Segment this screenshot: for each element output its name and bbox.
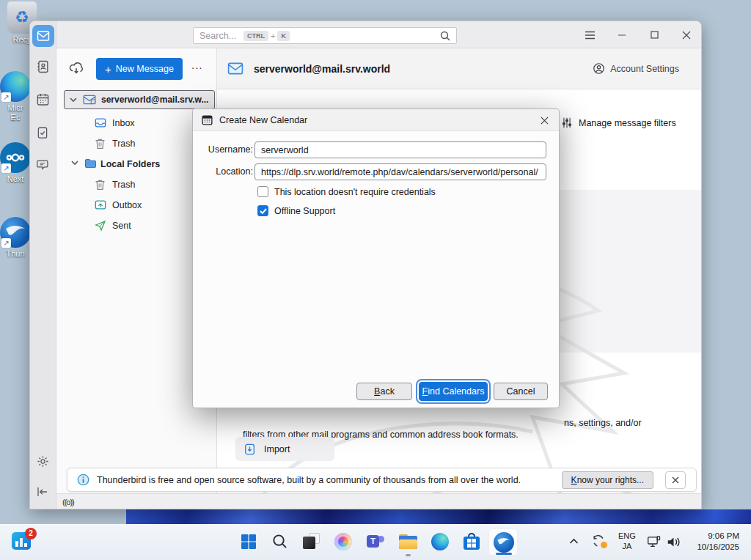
- clock-time: 9:06 PM: [697, 531, 739, 542]
- folder-label: Sent: [112, 221, 131, 231]
- chevron-down-icon: [71, 161, 78, 168]
- widgets-button[interactable]: 2: [12, 529, 34, 551]
- app-menu-button[interactable]: [574, 21, 606, 48]
- address-book-space-button[interactable]: [36, 59, 51, 74]
- folder-label: Local Folders: [100, 159, 160, 169]
- close-button[interactable]: [670, 21, 702, 48]
- desktop-icon-label: Micr: [0, 103, 32, 113]
- desktop-icon-label: Thun: [0, 249, 32, 259]
- back-button[interactable]: Back: [356, 383, 412, 400]
- desktop-icon-label-line2: Ec: [0, 113, 32, 122]
- know-your-rights-button[interactable]: Know your rights...: [562, 471, 653, 489]
- edge-button[interactable]: [431, 533, 450, 552]
- outbox-icon: [95, 199, 106, 211]
- location-input[interactable]: [254, 163, 546, 180]
- account-settings-button[interactable]: Account Settings: [593, 62, 679, 75]
- calendar-space-button[interactable]: [36, 92, 51, 107]
- task-view-button[interactable]: [302, 533, 321, 552]
- folder-icon: [84, 158, 96, 170]
- shortcut-arrow-icon: ↗: [1, 163, 11, 173]
- start-button[interactable]: [240, 533, 259, 552]
- account-row[interactable]: serverworld@mail.srv.w...: [64, 90, 215, 109]
- close-icon: [672, 476, 679, 484]
- minimize-button[interactable]: [606, 21, 638, 48]
- import-text-line1: ns, settings, and/or: [564, 418, 642, 428]
- sync-status-dot: [601, 542, 607, 548]
- microsoft-store-button[interactable]: [463, 533, 482, 552]
- rights-rest: now your rights...: [577, 475, 644, 485]
- location-label: Location:: [199, 166, 253, 177]
- window-controls: [574, 21, 702, 48]
- cloud-download-icon: [68, 61, 84, 75]
- file-explorer-button[interactable]: [399, 533, 418, 552]
- store-icon: [463, 533, 480, 550]
- tasks-space-button[interactable]: [36, 125, 51, 140]
- create-calendar-dialog: Create New Calendar Username: Location: …: [192, 108, 560, 408]
- plus-icon: +: [105, 63, 111, 75]
- folder-label: Outbox: [112, 200, 142, 210]
- network-status-icon: ((o)): [62, 498, 74, 506]
- filters-icon: [562, 117, 572, 128]
- manage-message-filters[interactable]: Manage message filters: [562, 117, 676, 128]
- copilot-button[interactable]: [334, 533, 353, 552]
- mail-envelope-icon: [227, 62, 243, 75]
- import-label: Import: [264, 444, 290, 454]
- language-top: ENG: [618, 531, 636, 541]
- search-placeholder: Search...: [199, 31, 236, 41]
- offline-support-checkbox[interactable]: [257, 205, 268, 216]
- desktop-icon-thunderbird[interactable]: ↗ Thun: [0, 217, 32, 259]
- thunderbird-taskbar-button[interactable]: [488, 528, 518, 556]
- close-icon: [541, 117, 549, 125]
- collapse-spaces-button[interactable]: [36, 486, 51, 501]
- tray-volume-icon[interactable]: [666, 535, 681, 549]
- import-button[interactable]: Import: [235, 437, 334, 461]
- cancel-button[interactable]: Cancel: [494, 383, 548, 400]
- widgets-badge: 2: [25, 528, 37, 539]
- desktop-icon-edge[interactable]: ↗ Micr Ec: [0, 71, 32, 122]
- new-message-button[interactable]: + New Message: [96, 58, 183, 80]
- ellipsis-icon: ...: [191, 59, 203, 71]
- cancel-label: Cancel: [507, 386, 535, 397]
- taskbar-search-button[interactable]: [271, 533, 290, 552]
- language-indicator[interactable]: ENG JA: [618, 531, 636, 551]
- mail-space-button[interactable]: [32, 25, 54, 47]
- chat-icon: [36, 158, 51, 172]
- tray-network-icon[interactable]: [647, 535, 662, 549]
- folder-label: Trash: [112, 139, 136, 149]
- status-bar: ((o)): [56, 493, 702, 509]
- chevron-down-icon: [70, 97, 77, 103]
- sent-icon: [95, 220, 106, 232]
- import-icon: [244, 443, 255, 455]
- global-search-input[interactable]: Search... CTRL + K: [193, 27, 457, 44]
- find-calendars-button[interactable]: Find Calendars: [419, 382, 488, 401]
- teams-button[interactable]: T: [367, 533, 386, 552]
- edge-icon: ↗: [0, 71, 31, 102]
- maximize-button[interactable]: [638, 21, 670, 48]
- account-settings-label: Account Settings: [610, 64, 679, 74]
- desktop: ♻ Recy ↗ Micr Ec ↗ Next ↗ Thun Search...: [0, 0, 751, 560]
- manage-filters-label: Manage message filters: [579, 118, 676, 128]
- more-options-button[interactable]: ...: [191, 59, 203, 71]
- no-credentials-checkbox[interactable]: [257, 186, 268, 197]
- account-label: serverworld@mail.srv.w...: [101, 95, 208, 105]
- plus-separator: +: [271, 32, 275, 40]
- no-credentials-label: This location doesn't require credential…: [274, 187, 436, 197]
- nextcloud-icon: ↗: [0, 142, 31, 173]
- offline-support-label: Offline Support: [274, 206, 335, 216]
- notification-bar: Thunderbird is free and open source soft…: [67, 468, 697, 492]
- dialog-titlebar[interactable]: Create New Calendar: [193, 109, 559, 131]
- taskbar-clock[interactable]: 9:06 PM 10/16/2025: [697, 531, 739, 553]
- tray-sync-icon[interactable]: [591, 534, 606, 548]
- dialog-close-button[interactable]: [535, 112, 553, 128]
- username-input[interactable]: [254, 141, 546, 158]
- tray-chevron-up[interactable]: [569, 538, 579, 545]
- desktop-icon-nextcloud[interactable]: ↗ Next: [0, 142, 32, 184]
- chat-space-button[interactable]: [36, 158, 51, 173]
- trash-icon: [95, 179, 106, 191]
- window-titlebar[interactable]: Search... CTRL + K: [30, 21, 702, 48]
- settings-gear-button[interactable]: [36, 454, 51, 469]
- get-messages-button[interactable]: [68, 61, 84, 75]
- notification-close-button[interactable]: [665, 471, 686, 489]
- username-label: Username:: [199, 144, 253, 155]
- dialog-title: Create New Calendar: [219, 115, 307, 125]
